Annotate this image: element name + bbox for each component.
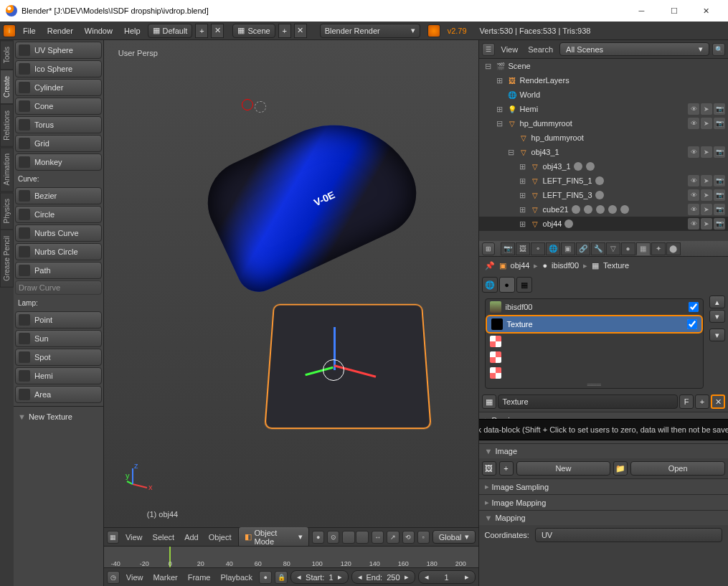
texture-slot-1[interactable]: Texture [486,315,703,334]
gizmo-center[interactable] [323,359,344,381]
texture-slot-list[interactable]: ibisdf00 Texture ═══ [485,298,704,389]
scene-selector[interactable]: ▦Scene [232,24,275,38]
expand-icon[interactable]: ⊞ [519,176,527,186]
tab-modifiers-icon[interactable]: 🔧 [591,242,605,255]
tree-row[interactable]: ⊟▽obj43_1👁➤📷 [479,145,728,159]
outliner-view-menu[interactable]: View [498,45,522,54]
outliner-tree[interactable]: ⊟🎬Scene⊞🖼RenderLayers🌐World⊞💡Hemi👁➤📷⊟▽hp… [479,59,728,241]
menu-window[interactable]: Window [80,27,117,35]
tl-view-menu[interactable]: View [123,573,147,582]
render-icon[interactable]: 📷 [714,175,725,186]
menu-render[interactable]: Render [43,27,77,35]
render-icon[interactable]: 📷 [714,103,725,115]
tex-browse-button[interactable]: ▦ [482,394,496,409]
tree-row[interactable]: ⊞▽cube21👁➤📷 [479,202,728,217]
slot-menu-button[interactable]: ▾ [709,329,725,341]
select-icon[interactable]: ➤ [701,175,712,186]
scene-add-button[interactable]: + [278,24,291,38]
pin-icon[interactable]: 📌 [485,261,495,270]
expand-icon[interactable]: ⊞ [496,105,504,114]
layout-delete-button[interactable]: ✕ [211,24,224,38]
tab-tools[interactable]: Tools [0,40,14,70]
current-frame-field[interactable]: ◂1▸ [418,570,476,584]
bc-object[interactable]: obj44 [511,261,530,270]
tex-enable-checkbox[interactable] [689,302,699,312]
expand-icon[interactable]: ⊞ [519,162,527,171]
view-menu[interactable]: View [122,533,146,542]
pivot-icon[interactable]: ⊙ [327,531,339,544]
layer-button[interactable] [356,531,369,544]
select-icon[interactable]: ➤ [701,204,712,215]
add-area-lamp-button[interactable]: Area [15,386,102,403]
translate-manip-icon[interactable]: ↗ [387,531,399,544]
panel-image[interactable]: ▼Image [479,444,728,458]
search-field-icon[interactable]: 🔍 [712,43,725,56]
tab-constraints-icon[interactable]: 🔗 [576,242,590,255]
start-frame-field[interactable]: ◂Start: 1▸ [290,570,348,584]
new-texture-button[interactable]: + [695,394,709,409]
add-nurbs-circle-button[interactable]: Nurbs Circle [15,243,102,260]
render-icon[interactable]: 📷 [714,218,725,230]
editor-type-icon[interactable]: ⊞ [482,242,495,255]
visible-icon[interactable]: 👁 [688,189,699,201]
manipulator-toggle[interactable]: ↔ [372,531,384,544]
menu-file[interactable]: File [19,27,40,35]
maximize-button[interactable]: ☐ [658,0,690,22]
outliner-filter[interactable]: All Scenes▾ [559,42,709,56]
layer-button[interactable] [342,531,355,544]
tab-grease-pencil[interactable]: Grease Pencil [0,230,14,288]
tree-row[interactable]: ⊞💡Hemi👁➤📷 [479,102,728,116]
add-spot-lamp-button[interactable]: Spot [15,349,102,366]
tab-scene-icon[interactable]: ⚬ [531,242,545,255]
add-uv-sphere-button[interactable]: UV Sphere [15,42,102,59]
add-bezier-button[interactable]: Bezier [15,187,102,204]
world-tex-ctx[interactable]: 🌐 [482,277,498,293]
image-open-button[interactable]: Open [630,461,725,476]
tree-row[interactable]: ⊞🖼RenderLayers [479,73,728,88]
scene-delete-button[interactable]: ✕ [294,24,307,38]
tab-object-icon[interactable]: ▣ [561,242,575,255]
tab-physics-icon[interactable]: ⬤ [666,242,681,255]
layout-selector[interactable]: ▦Default [148,24,193,38]
tree-row[interactable]: ▽hp_dummyroot [479,131,728,145]
tl-playback-menu[interactable]: Playback [217,573,256,582]
visible-icon[interactable]: 👁 [688,146,699,158]
scale-manip-icon[interactable]: ▫ [417,531,430,544]
tree-row[interactable]: ⊟🎬Scene [479,59,728,73]
tab-create[interactable]: Create [0,70,14,104]
select-icon[interactable]: ➤ [701,118,712,129]
expand-icon[interactable]: ⊟ [484,62,493,71]
add-grid-button[interactable]: Grid [15,135,102,152]
panel-image-mapping[interactable]: ▸Image Mapping [479,495,728,510]
lock-icon[interactable]: 🔒 [275,571,288,584]
render-icon[interactable]: 📷 [714,146,725,158]
select-icon[interactable]: ➤ [701,146,712,158]
tree-row[interactable]: ⊞▽LEFT_FIN5_1👁➤📷 [479,174,728,188]
tree-row[interactable]: ⊞▽LEFT_FIN5_3👁➤📷 [479,188,728,202]
render-icon[interactable]: 📷 [714,118,725,129]
select-icon[interactable]: ➤ [701,189,712,201]
tab-particles-icon[interactable]: ✦ [651,242,666,255]
orientation-selector[interactable]: Global▾ [432,530,476,544]
unlink-texture-button[interactable]: ✕ [711,394,725,409]
tab-relations[interactable]: Relations [0,104,14,147]
other-tex-ctx[interactable]: ▦ [516,277,532,293]
outliner-search-menu[interactable]: Search [524,45,557,54]
select-icon[interactable]: ➤ [701,218,712,230]
add-hemi-lamp-button[interactable]: Hemi [15,367,102,384]
texture-name-field[interactable]: Texture [498,394,678,409]
slot-up-button[interactable]: ▴ [709,296,725,308]
add-cylinder-button[interactable]: Cylinder [15,79,102,96]
add-torus-button[interactable]: Torus [15,116,102,133]
tl-marker-menu[interactable]: Marker [149,573,181,582]
tab-data-icon[interactable]: ▽ [606,242,620,255]
render-engine-selector[interactable]: Blender Render▾ [320,24,420,38]
end-frame-field[interactable]: ◂End: 250▸ [351,570,415,584]
panel-mapping[interactable]: ▼Mapping [479,511,728,525]
texture-slot-0[interactable]: ibisdf00 [486,299,703,315]
mat-tex-ctx[interactable]: ● [499,277,515,293]
tree-row[interactable]: ⊟▽hp_dummyroot👁➤📷 [479,116,728,131]
menu-help[interactable]: Help [120,27,145,35]
add-monkey-button[interactable]: Monkey [15,153,102,171]
editor-type-icon[interactable]: i [3,24,16,37]
